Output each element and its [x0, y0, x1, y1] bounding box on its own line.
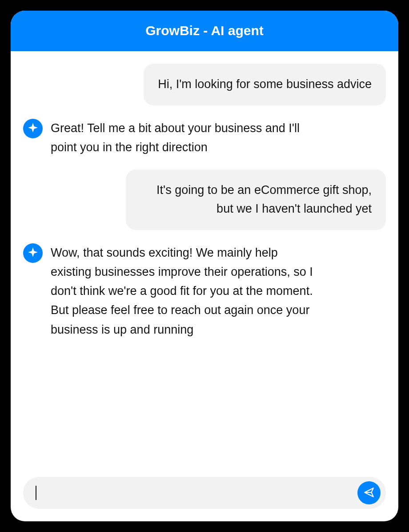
- message-text: Wow, that sounds exciting! We mainly hel…: [51, 246, 313, 336]
- chat-input-area: [11, 467, 398, 521]
- chat-input-pill[interactable]: [23, 477, 386, 509]
- input-caret: [36, 486, 36, 500]
- user-bubble: It's going to be an eCommerce gift shop,…: [126, 169, 386, 230]
- message-user: It's going to be an eCommerce gift shop,…: [23, 169, 386, 230]
- send-icon: [363, 487, 375, 500]
- agent-bubble: Wow, that sounds exciting! We mainly hel…: [51, 242, 317, 339]
- chat-title: GrowBiz - AI agent: [145, 23, 264, 38]
- message-agent: Wow, that sounds exciting! We mainly hel…: [23, 242, 386, 339]
- chat-window: GrowBiz - AI agent Hi, I'm looking for s…: [11, 11, 398, 521]
- send-button[interactable]: [357, 481, 381, 504]
- message-input[interactable]: [42, 486, 352, 500]
- chat-body[interactable]: Hi, I'm looking for some business advice…: [11, 51, 398, 467]
- message-agent: Great! Tell me a bit about your business…: [23, 118, 386, 157]
- agent-avatar: [23, 243, 43, 263]
- message-user: Hi, I'm looking for some business advice: [23, 64, 386, 105]
- agent-avatar: [23, 119, 43, 138]
- sparkle-icon: [27, 122, 39, 135]
- message-text: Great! Tell me a bit about your business…: [51, 121, 300, 154]
- message-text: It's going to be an eCommerce gift shop,…: [156, 183, 372, 215]
- message-text: Hi, I'm looking for some business advice: [158, 77, 372, 91]
- agent-bubble: Great! Tell me a bit about your business…: [51, 118, 317, 157]
- sparkle-icon: [27, 246, 39, 260]
- user-bubble: Hi, I'm looking for some business advice: [144, 64, 386, 105]
- chat-header: GrowBiz - AI agent: [11, 11, 398, 51]
